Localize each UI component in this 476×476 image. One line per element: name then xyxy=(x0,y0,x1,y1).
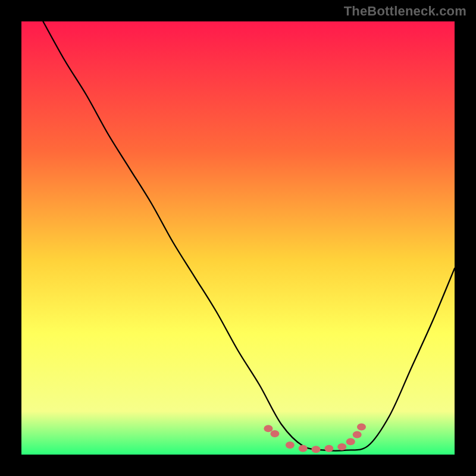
marker-dot xyxy=(357,423,366,430)
marker-dot xyxy=(286,441,295,449)
chart-stage: TheBottleneck.com xyxy=(0,0,476,476)
marker-dot xyxy=(346,438,355,445)
marker-dot xyxy=(270,430,279,437)
chart-svg xyxy=(0,0,476,476)
marker-dot xyxy=(312,446,321,453)
marker-dot xyxy=(264,425,273,432)
marker-dot xyxy=(337,443,346,450)
marker-dot xyxy=(353,431,362,439)
plot-area xyxy=(21,21,455,455)
watermark-text: TheBottleneck.com xyxy=(344,4,466,19)
marker-dot xyxy=(299,445,308,452)
marker-dot xyxy=(324,445,333,452)
